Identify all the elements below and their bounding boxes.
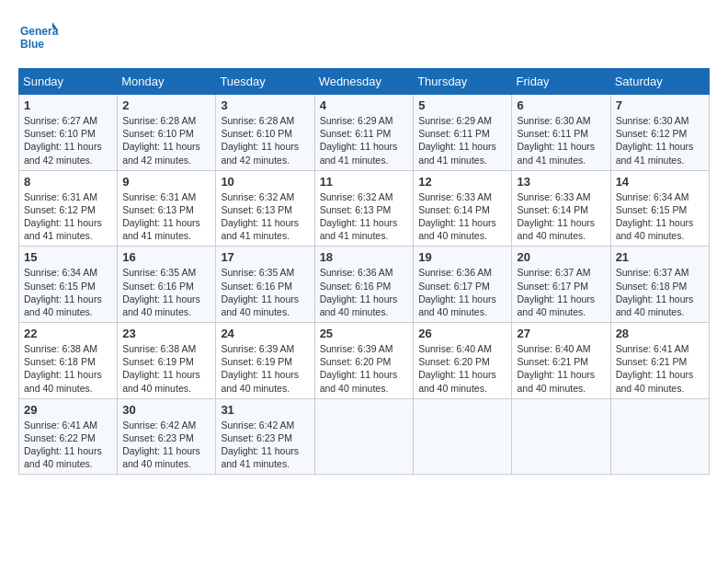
calendar-cell: 29 Sunrise: 6:41 AM Sunset: 6:22 PM Dayl… [19,398,118,475]
day-info: Sunrise: 6:29 AM Sunset: 6:11 PM Dayligh… [320,114,409,167]
calendar-cell: 18 Sunrise: 6:36 AM Sunset: 6:16 PM Dayl… [314,247,414,323]
calendar-cell: 8 Sunrise: 6:31 AM Sunset: 6:12 PM Dayli… [19,170,118,247]
calendar-cell: 24 Sunrise: 6:39 AM Sunset: 6:19 PM Dayl… [216,323,314,399]
calendar-day-header: Friday [512,69,610,95]
calendar-cell: 12 Sunrise: 6:33 AM Sunset: 6:14 PM Dayl… [414,170,512,247]
day-number: 27 [517,327,605,340]
day-info: Sunrise: 6:34 AM Sunset: 6:15 PM Dayligh… [24,266,112,318]
calendar-cell [610,398,709,475]
day-info: Sunrise: 6:30 AM Sunset: 6:11 PM Dayligh… [517,114,605,167]
calendar-cell: 4 Sunrise: 6:29 AM Sunset: 6:11 PM Dayli… [314,95,414,171]
day-info: Sunrise: 6:41 AM Sunset: 6:22 PM Dayligh… [24,419,112,471]
day-info: Sunrise: 6:31 AM Sunset: 6:13 PM Dayligh… [122,190,210,243]
calendar-cell: 1 Sunrise: 6:27 AM Sunset: 6:10 PM Dayli… [19,95,118,171]
day-info: Sunrise: 6:42 AM Sunset: 6:23 PM Dayligh… [221,419,309,471]
calendar-cell: 26 Sunrise: 6:40 AM Sunset: 6:20 PM Dayl… [414,323,512,399]
day-number: 25 [320,327,409,340]
day-number: 31 [221,403,309,417]
day-number: 19 [418,250,506,264]
day-info: Sunrise: 6:37 AM Sunset: 6:18 PM Dayligh… [616,266,704,318]
calendar-cell: 13 Sunrise: 6:33 AM Sunset: 6:14 PM Dayl… [512,170,610,247]
day-number: 13 [517,175,605,189]
day-number: 9 [122,175,210,189]
day-info: Sunrise: 6:39 AM Sunset: 6:19 PM Dayligh… [221,342,309,395]
calendar-header-row: SundayMondayTuesdayWednesdayThursdayFrid… [19,69,710,95]
day-info: Sunrise: 6:32 AM Sunset: 6:13 PM Dayligh… [221,190,309,243]
day-number: 10 [221,175,309,189]
day-info: Sunrise: 6:28 AM Sunset: 6:10 PM Dayligh… [122,114,210,167]
calendar-week-row: 22 Sunrise: 6:38 AM Sunset: 6:18 PM Dayl… [19,323,710,399]
calendar-cell: 19 Sunrise: 6:36 AM Sunset: 6:17 PM Dayl… [414,247,512,323]
day-number: 20 [517,250,605,264]
calendar-cell: 6 Sunrise: 6:30 AM Sunset: 6:11 PM Dayli… [512,95,610,171]
day-number: 21 [616,250,704,264]
day-number: 29 [24,403,112,417]
day-number: 1 [24,98,112,112]
calendar-cell [414,398,512,475]
day-number: 14 [616,175,704,189]
day-number: 7 [616,98,704,112]
calendar-cell: 21 Sunrise: 6:37 AM Sunset: 6:18 PM Dayl… [610,247,709,323]
calendar-week-row: 29 Sunrise: 6:41 AM Sunset: 6:22 PM Dayl… [19,398,710,475]
calendar-cell [512,398,610,475]
day-number: 6 [517,98,605,112]
calendar-day-header: Saturday [610,69,709,95]
day-info: Sunrise: 6:33 AM Sunset: 6:14 PM Dayligh… [517,190,605,243]
calendar-table: SundayMondayTuesdayWednesdayThursdayFrid… [18,68,710,475]
calendar-cell: 31 Sunrise: 6:42 AM Sunset: 6:23 PM Dayl… [216,398,314,475]
day-info: Sunrise: 6:31 AM Sunset: 6:12 PM Dayligh… [24,190,112,243]
day-info: Sunrise: 6:30 AM Sunset: 6:12 PM Dayligh… [616,114,704,167]
day-info: Sunrise: 6:34 AM Sunset: 6:15 PM Dayligh… [616,190,704,243]
day-number: 16 [122,250,210,264]
calendar-cell: 22 Sunrise: 6:38 AM Sunset: 6:18 PM Dayl… [19,323,118,399]
day-number: 3 [221,98,309,112]
calendar-cell: 17 Sunrise: 6:35 AM Sunset: 6:16 PM Dayl… [216,247,314,323]
day-number: 17 [221,250,309,264]
day-number: 8 [24,175,112,189]
day-number: 2 [122,98,210,112]
day-number: 26 [418,327,506,340]
calendar-cell: 16 Sunrise: 6:35 AM Sunset: 6:16 PM Dayl… [118,247,216,323]
day-number: 15 [24,250,112,264]
calendar-cell: 15 Sunrise: 6:34 AM Sunset: 6:15 PM Dayl… [19,247,118,323]
day-info: Sunrise: 6:37 AM Sunset: 6:17 PM Dayligh… [517,266,605,318]
calendar-cell: 10 Sunrise: 6:32 AM Sunset: 6:13 PM Dayl… [216,170,314,247]
calendar-day-header: Tuesday [216,69,314,95]
day-info: Sunrise: 6:41 AM Sunset: 6:21 PM Dayligh… [616,342,704,395]
calendar-cell: 7 Sunrise: 6:30 AM Sunset: 6:12 PM Dayli… [610,95,709,171]
calendar-cell: 14 Sunrise: 6:34 AM Sunset: 6:15 PM Dayl… [610,170,709,247]
day-info: Sunrise: 6:33 AM Sunset: 6:14 PM Dayligh… [418,190,506,243]
day-info: Sunrise: 6:35 AM Sunset: 6:16 PM Dayligh… [122,266,210,318]
calendar-day-header: Monday [118,69,216,95]
day-number: 22 [24,327,112,340]
calendar-week-row: 15 Sunrise: 6:34 AM Sunset: 6:15 PM Dayl… [19,247,710,323]
calendar-cell: 3 Sunrise: 6:28 AM Sunset: 6:10 PM Dayli… [216,95,314,171]
day-number: 28 [616,327,704,340]
calendar-cell: 23 Sunrise: 6:38 AM Sunset: 6:19 PM Dayl… [118,323,216,399]
logo-svg: General Blue [18,18,59,59]
calendar-week-row: 8 Sunrise: 6:31 AM Sunset: 6:12 PM Dayli… [19,170,710,247]
calendar-cell [314,398,414,475]
day-number: 11 [320,175,409,189]
day-number: 12 [418,175,506,189]
day-info: Sunrise: 6:40 AM Sunset: 6:20 PM Dayligh… [418,342,506,395]
day-number: 23 [122,327,210,340]
calendar-day-header: Wednesday [314,69,414,95]
page-header: General Blue [18,18,710,59]
svg-text:Blue: Blue [20,38,44,51]
day-number: 18 [320,250,409,264]
day-number: 30 [122,403,210,417]
calendar-day-header: Thursday [414,69,512,95]
calendar-cell: 5 Sunrise: 6:29 AM Sunset: 6:11 PM Dayli… [414,95,512,171]
logo: General Blue [18,18,59,59]
day-number: 5 [418,98,506,112]
day-number: 24 [221,327,309,340]
day-info: Sunrise: 6:27 AM Sunset: 6:10 PM Dayligh… [24,114,112,167]
day-info: Sunrise: 6:39 AM Sunset: 6:20 PM Dayligh… [320,342,409,395]
day-number: 4 [320,98,409,112]
day-info: Sunrise: 6:35 AM Sunset: 6:16 PM Dayligh… [221,266,309,318]
calendar-cell: 27 Sunrise: 6:40 AM Sunset: 6:21 PM Dayl… [512,323,610,399]
calendar-cell: 9 Sunrise: 6:31 AM Sunset: 6:13 PM Dayli… [118,170,216,247]
calendar-cell: 11 Sunrise: 6:32 AM Sunset: 6:13 PM Dayl… [314,170,414,247]
day-info: Sunrise: 6:40 AM Sunset: 6:21 PM Dayligh… [517,342,605,395]
